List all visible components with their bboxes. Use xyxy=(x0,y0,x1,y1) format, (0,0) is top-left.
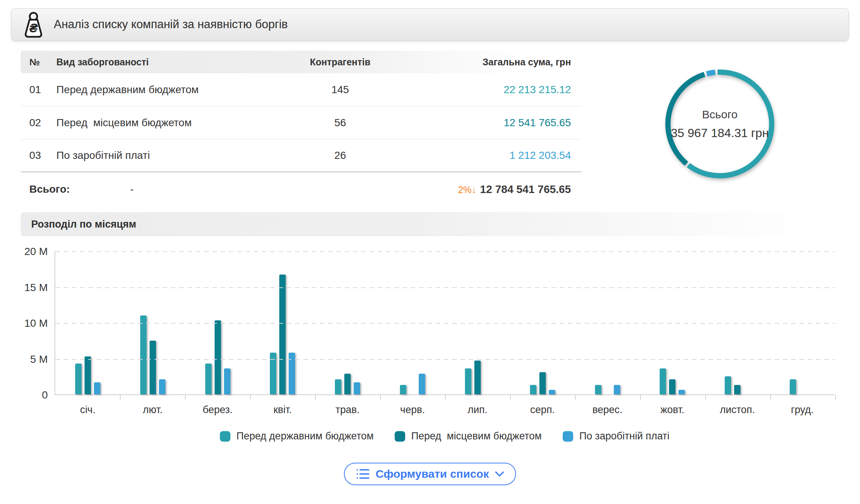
y-axis-label: 5 M xyxy=(10,353,48,366)
table-row: 01 Перед державним бюджетом 145 22 213 2… xyxy=(21,73,581,106)
row-contragents: 145 xyxy=(278,84,402,96)
row-amount: 12 541 765.65 xyxy=(402,117,581,129)
footer: Сформувати список xyxy=(0,463,860,485)
bar-series2 xyxy=(474,361,481,394)
row-amount: 22 213 215.12 xyxy=(402,84,581,96)
table-row: 02 Перед місцевим бюджетом 56 12 541 765… xyxy=(21,106,581,139)
bar-series3 xyxy=(224,368,230,394)
month-label: листоп. xyxy=(705,404,770,416)
table-row: 03 По заробітній платі 26 1 212 203.54 xyxy=(21,139,581,172)
total-amount: 12 784 541 765.65 xyxy=(480,183,571,196)
col-header-contragents: Контрагентів xyxy=(278,57,402,68)
month-label: квіт. xyxy=(250,404,315,416)
legend-item[interactable]: По заробітній платі xyxy=(563,430,669,442)
bar-series1 xyxy=(595,385,601,394)
section-header-months: Розподіл по місяцям xyxy=(21,212,819,236)
percent-change-down: 2%↓ xyxy=(458,184,476,195)
legend-label: Перед державним бюджетом xyxy=(236,430,374,442)
bar-series2 xyxy=(539,372,546,394)
bar-series3 xyxy=(94,382,100,394)
gridline xyxy=(55,287,835,288)
bar-series1 xyxy=(530,385,536,394)
row-debt-type: Перед місцевим бюджетом xyxy=(56,117,278,129)
y-axis-label: 15 M xyxy=(10,281,48,294)
bar-series2 xyxy=(279,275,286,394)
page-header: ₴ Аналіз списку компаній за наявністю бо… xyxy=(11,8,849,41)
y-axis-label: 0 xyxy=(10,389,48,401)
gridline xyxy=(55,251,835,252)
bar-series2 xyxy=(215,320,221,394)
legend-swatch xyxy=(395,431,405,442)
donut-center-label: Всього xyxy=(702,108,737,121)
list-icon xyxy=(356,468,369,480)
page-title: Аналіз списку компаній за наявністю борг… xyxy=(54,18,288,31)
row-contragents: 26 xyxy=(278,149,402,161)
col-header-num: № xyxy=(21,57,56,68)
bar-series3 xyxy=(354,382,360,394)
x-axis-tick xyxy=(380,395,381,400)
month-label: січ. xyxy=(55,404,120,416)
month-label: груд. xyxy=(770,404,835,416)
weight-hryvnia-icon: ₴ xyxy=(21,11,45,38)
chart-legend: Перед державним бюджетом Перед місцевим … xyxy=(55,430,835,442)
plot-area: січ. лют. берез. квіт. трав. черв. лип. … xyxy=(55,252,835,395)
bar-series3 xyxy=(614,385,620,394)
x-axis-tick xyxy=(250,395,251,400)
x-axis-tick xyxy=(705,395,706,400)
row-amount: 1 212 203.54 xyxy=(402,149,581,161)
bar-series1 xyxy=(400,385,406,394)
x-axis-tick xyxy=(185,395,186,400)
row-num: 02 xyxy=(21,117,56,129)
x-axis-tick xyxy=(575,395,576,400)
bar-series1 xyxy=(790,379,796,394)
table-body: 01 Перед державним бюджетом 145 22 213 2… xyxy=(21,73,581,172)
month-label: черв. xyxy=(380,404,445,416)
x-axis-tick xyxy=(120,395,121,400)
legend-swatch xyxy=(220,431,230,442)
donut-chart: Всього 35 967 184.31 грн xyxy=(663,68,776,180)
legend-item[interactable]: Перед державним бюджетом xyxy=(220,430,374,442)
generate-list-button[interactable]: Сформувати список xyxy=(344,463,516,485)
month-label: лют. xyxy=(120,404,185,416)
legend-swatch xyxy=(563,431,573,442)
table-header-row: № Вид заборгованості Контрагентів Загаль… xyxy=(21,51,581,73)
month-label: верес. xyxy=(575,404,640,416)
bar-series1 xyxy=(140,315,147,394)
y-axis-label: 20 M xyxy=(10,245,48,258)
legend-item[interactable]: Перед місцевим бюджетом xyxy=(395,430,542,442)
page: ₴ Аналіз списку компаній за наявністю бо… xyxy=(0,0,860,504)
bar-series2 xyxy=(85,356,91,394)
row-contragents: 56 xyxy=(278,117,402,129)
x-axis-tick xyxy=(445,395,446,400)
x-axis-tick xyxy=(640,395,641,400)
total-contragents: - xyxy=(70,183,194,195)
bar-series1 xyxy=(205,364,212,394)
row-debt-type: Перед державним бюджетом xyxy=(56,84,278,96)
total-label: Всього: xyxy=(21,183,70,195)
gridline xyxy=(55,323,835,324)
table-total-row: Всього: - 2%↓ 12 784 541 765.65 xyxy=(21,172,581,206)
y-axis-label: 10 M xyxy=(10,317,48,330)
bar-series1 xyxy=(660,368,666,394)
x-axis-tick xyxy=(770,395,771,400)
legend-label: Перед місцевим бюджетом xyxy=(411,430,542,442)
donut-center-value: 35 967 184.31 грн xyxy=(671,126,769,140)
bar-series1 xyxy=(465,368,471,394)
x-axis-tick xyxy=(315,395,316,400)
svg-text:₴: ₴ xyxy=(29,21,38,35)
chevron-down-icon xyxy=(495,471,504,477)
gridline xyxy=(55,359,835,360)
bar-series1 xyxy=(725,376,731,394)
bar-series3 xyxy=(678,390,685,394)
bar-series2 xyxy=(734,385,740,394)
x-axis-tick xyxy=(835,395,836,400)
month-label: серп. xyxy=(510,404,575,416)
generate-list-label: Сформувати список xyxy=(375,468,489,480)
col-header-type: Вид заборгованості xyxy=(56,57,278,68)
bar-series1 xyxy=(75,364,82,394)
x-axis-tick xyxy=(510,395,511,400)
col-header-amount: Загальна сума, грн xyxy=(402,57,581,68)
month-label: лип. xyxy=(445,404,510,416)
row-debt-type: По заробітній платі xyxy=(56,149,278,161)
month-label: берез. xyxy=(185,404,250,416)
